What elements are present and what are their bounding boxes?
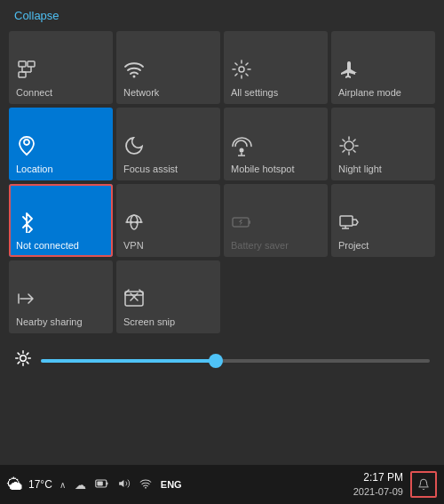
tile-connect-label: Connect <box>16 87 52 99</box>
svg-line-18 <box>353 150 355 152</box>
svg-point-7 <box>239 67 244 72</box>
tray-chevron-icon[interactable]: ∧ <box>58 478 67 492</box>
tile-battery-saver[interactable]: Battery saver <box>224 184 328 257</box>
wifi-icon[interactable] <box>138 476 154 494</box>
svg-point-6 <box>133 75 136 77</box>
svg-line-38 <box>18 353 20 355</box>
bluetooth-icon <box>16 212 37 236</box>
action-center-header: Collapse <box>0 0 444 28</box>
connect-icon <box>16 59 37 84</box>
svg-rect-2 <box>19 72 26 77</box>
tile-mobile-hotspot[interactable]: Mobile hotspot <box>224 108 328 180</box>
airplane-mode-icon <box>338 59 360 84</box>
night-light-icon <box>338 135 360 160</box>
battery-icon <box>93 476 111 493</box>
tile-connect[interactable]: Connect <box>9 31 113 104</box>
svg-rect-32 <box>125 292 143 295</box>
language-label[interactable]: ENG <box>159 479 184 490</box>
project-icon <box>338 212 360 236</box>
volume-icon[interactable] <box>116 476 132 494</box>
tile-focus-assist-label: Focus assist <box>123 164 178 175</box>
tile-vpn-label: VPN <box>123 240 144 252</box>
focus-assist-icon <box>123 135 145 160</box>
tile-project[interactable]: Project <box>331 184 435 257</box>
brightness-section <box>0 337 444 380</box>
tile-screen-snip-label: Screen snip <box>123 316 175 328</box>
svg-point-33 <box>20 356 27 362</box>
svg-line-41 <box>27 353 28 355</box>
screen-snip-icon <box>123 288 145 313</box>
clock-date: 2021-07-09 <box>353 485 403 498</box>
action-center: Collapse Connect <box>0 0 444 504</box>
vpn-icon <box>123 212 145 236</box>
taskbar-left: 🌥 17°C ∧ ☁ <box>7 476 346 494</box>
collapse-label: Collapse <box>14 9 59 22</box>
svg-point-9 <box>240 148 244 152</box>
svg-rect-26 <box>249 220 250 224</box>
svg-line-20 <box>353 140 355 141</box>
brightness-fill <box>41 359 216 363</box>
tile-airplane-mode[interactable]: Airplane mode <box>331 31 435 104</box>
svg-line-17 <box>343 140 345 141</box>
svg-line-40 <box>18 362 20 364</box>
svg-rect-43 <box>97 481 102 485</box>
tile-network-label: Network <box>123 87 159 99</box>
all-settings-icon <box>231 59 252 84</box>
tile-location-label: Location <box>16 164 53 175</box>
mobile-hotspot-icon <box>231 135 252 160</box>
weather-temp: 17°C <box>28 478 52 491</box>
location-icon <box>16 135 37 160</box>
brightness-slider[interactable] <box>41 359 430 363</box>
tile-all-settings-label: All settings <box>231 87 278 99</box>
tile-screen-snip[interactable]: Screen snip <box>116 260 220 333</box>
svg-rect-44 <box>107 482 108 484</box>
tile-all-settings[interactable]: All settings <box>224 31 328 104</box>
tile-focus-assist[interactable]: Focus assist <box>116 108 220 180</box>
notification-icon <box>417 478 430 491</box>
tile-not-connected-label: Not connected <box>16 240 79 252</box>
tile-location[interactable]: Location <box>9 108 113 180</box>
tile-nearby-sharing[interactable]: Nearby sharing <box>9 260 113 333</box>
tile-battery-saver-label: Battery saver <box>231 240 289 252</box>
svg-point-45 <box>145 486 147 488</box>
tile-not-connected[interactable]: Not connected <box>9 184 113 257</box>
tile-project-label: Project <box>338 240 369 252</box>
network-icon <box>123 59 145 84</box>
svg-line-39 <box>27 362 28 364</box>
tile-network[interactable]: Network <box>116 31 220 104</box>
taskbar: 🌥 17°C ∧ ☁ <box>0 465 444 504</box>
svg-rect-1 <box>28 61 35 67</box>
tile-mobile-hotspot-label: Mobile hotspot <box>231 164 295 175</box>
tile-airplane-mode-label: Airplane mode <box>338 87 401 99</box>
nearby-sharing-icon <box>16 288 37 313</box>
clock-time: 2:17 PM <box>363 471 403 485</box>
svg-line-19 <box>343 150 345 152</box>
tile-night-light-label: Night light <box>338 164 382 175</box>
svg-rect-0 <box>19 61 26 67</box>
tile-night-light[interactable]: Night light <box>331 108 435 180</box>
brightness-thumb[interactable] <box>209 354 223 368</box>
notification-button[interactable] <box>410 471 437 498</box>
svg-point-12 <box>345 141 353 150</box>
svg-point-8 <box>24 140 29 145</box>
tiles-grid: Connect Network All settin <box>0 28 444 337</box>
brightness-low-icon <box>14 349 32 372</box>
tile-nearby-sharing-label: Nearby sharing <box>16 316 83 328</box>
taskbar-right: 2:17 PM 2021-07-09 <box>350 471 437 498</box>
collapse-button[interactable]: Collapse <box>14 9 59 22</box>
svg-rect-27 <box>340 216 353 226</box>
weather-icon: 🌥 <box>7 476 23 494</box>
clock[interactable]: 2:17 PM 2021-07-09 <box>353 471 403 498</box>
cloud-icon: ☁ <box>73 476 88 493</box>
tile-vpn[interactable]: VPN <box>116 184 220 257</box>
battery-saver-icon <box>231 212 252 236</box>
